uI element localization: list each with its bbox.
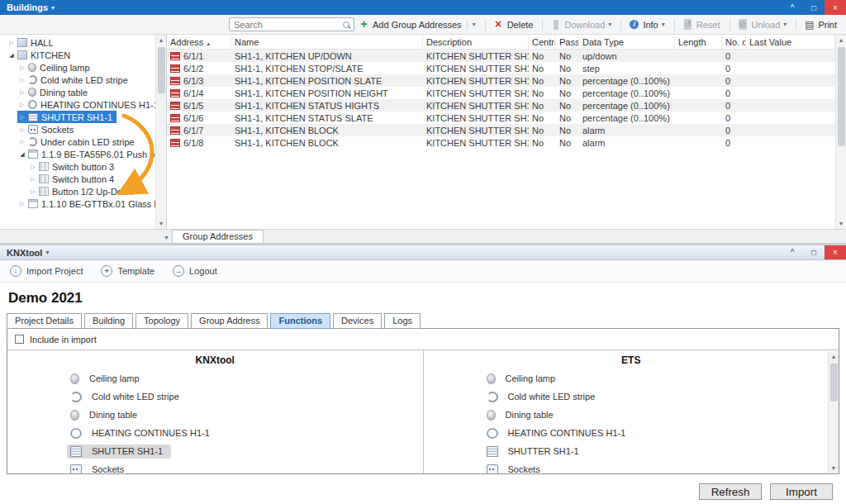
tree-item[interactable]: Ceiling lamp xyxy=(0,61,155,74)
expander-icon[interactable] xyxy=(28,164,38,170)
tree-item-content[interactable]: Button 1/2 Up-Down xyxy=(28,185,138,197)
import-button[interactable]: Import xyxy=(770,483,833,500)
list-item[interactable]: Cold white LED stripe xyxy=(67,388,423,406)
toolbar-button[interactable]: Logout xyxy=(173,265,217,277)
scroll-down-icon[interactable]: ▼ xyxy=(829,463,839,473)
tree-item[interactable]: Button 1/2 Up-Down xyxy=(0,185,155,197)
ets-list-scrollbar[interactable]: ▲ ▼ xyxy=(828,351,839,473)
column-header[interactable]: Last Value xyxy=(746,35,835,49)
search-icon[interactable] xyxy=(343,21,349,28)
tree-item-content[interactable]: Sockets xyxy=(17,123,78,136)
tab[interactable]: Topology xyxy=(135,313,188,329)
scroll-thumb[interactable] xyxy=(158,47,165,93)
tree-item-content[interactable]: 1.1.10 BE-GTTBx.01 Glass Push B... xyxy=(17,197,155,210)
table-row[interactable]: 6/1/1 SH1-1, KITCHEN UP/DOWN KITCHEN SHU… xyxy=(167,50,835,62)
column-header[interactable]: Pass T xyxy=(556,35,579,49)
toolbar-button[interactable]: Download ▾ xyxy=(537,17,615,32)
tree-item-content[interactable]: Ceiling lamp xyxy=(17,61,94,74)
search-input[interactable] xyxy=(234,20,340,30)
expander-icon[interactable] xyxy=(7,40,17,46)
expander-icon[interactable] xyxy=(17,201,27,207)
scroll-thumb[interactable] xyxy=(830,364,838,402)
list-item[interactable]: HEATING CONTINUES H1-1 xyxy=(67,424,423,442)
knxtool-titlebar[interactable]: KNXtool ▾ ^ □ × xyxy=(0,245,846,260)
toolbar-button[interactable]: Delete xyxy=(480,17,538,32)
tab-overflow-icon[interactable]: ▼ xyxy=(164,235,172,243)
list-item-content[interactable]: Sockets xyxy=(483,463,549,475)
list-item[interactable]: HEATING CONTINUES H1-1 xyxy=(483,424,839,442)
tree-item[interactable]: Sockets xyxy=(0,123,155,136)
tab[interactable]: Group Address xyxy=(191,313,268,329)
close-button[interactable]: × xyxy=(825,0,846,15)
tree-item[interactable]: Under cabin LED stripe xyxy=(0,136,155,148)
chevron-down-icon[interactable]: ▾ xyxy=(662,21,665,28)
tree-item-content[interactable]: SHUTTER SH1-1 xyxy=(17,111,116,123)
scroll-up-icon[interactable]: ▲ xyxy=(829,351,839,362)
maximize-button[interactable]: □ xyxy=(803,0,825,15)
scroll-up-icon[interactable]: ▲ xyxy=(156,35,166,45)
column-header[interactable]: Length xyxy=(675,35,722,49)
tree-item-content[interactable]: KITCHEN xyxy=(7,49,74,61)
column-header[interactable]: Centra xyxy=(529,35,556,49)
list-item-content[interactable]: SHUTTER SH1-1 xyxy=(483,445,587,459)
list-item[interactable]: Cold white LED stripe xyxy=(483,388,839,406)
chevron-down-icon[interactable]: ▾ xyxy=(608,21,611,28)
tab[interactable]: Functions xyxy=(270,313,330,329)
tab[interactable]: Logs xyxy=(384,313,421,329)
tab-group-addresses[interactable]: Group Addresses xyxy=(172,230,264,243)
toolbar-button[interactable]: Info ▾ xyxy=(615,17,668,32)
list-item[interactable]: Sockets xyxy=(483,460,839,474)
chevron-down-icon[interactable]: ▾ xyxy=(783,21,787,28)
scroll-down-icon[interactable]: ▼ xyxy=(156,218,166,229)
toolbar-button[interactable]: Reset xyxy=(669,17,725,32)
list-item[interactable]: SHUTTER SH1-1 xyxy=(67,442,423,460)
chevron-down-icon[interactable]: ▾ xyxy=(51,4,55,12)
column-header[interactable]: No. of xyxy=(722,35,746,49)
list-item[interactable]: Dining table xyxy=(67,406,423,424)
maximize-button[interactable]: □ xyxy=(803,245,825,259)
list-item[interactable]: Ceiling lamp xyxy=(483,369,839,388)
list-item-content[interactable]: Ceiling lamp xyxy=(67,372,148,386)
include-in-import-checkbox[interactable] xyxy=(15,335,24,344)
toolbar-button[interactable]: Unload ▾ xyxy=(725,17,791,32)
toolbar-button[interactable]: Template xyxy=(101,265,154,277)
expander-icon[interactable] xyxy=(17,139,27,145)
column-header[interactable]: Address xyxy=(167,35,231,49)
tree-item-content[interactable]: Under cabin LED stripe xyxy=(17,136,139,148)
tree-item-content[interactable]: HEATING CONTINUES H1-1 xyxy=(17,98,155,111)
expander-icon[interactable] xyxy=(17,114,27,121)
refresh-button[interactable]: Refresh xyxy=(699,483,762,500)
column-header[interactable]: Name xyxy=(231,35,423,49)
close-button[interactable]: × xyxy=(825,245,846,259)
expander-icon[interactable] xyxy=(17,126,27,133)
tab[interactable]: Building xyxy=(84,313,133,329)
tree-item[interactable]: 1.1.10 BE-GTTBx.01 Glass Push B... xyxy=(0,197,155,210)
tree-item[interactable]: SHUTTER SH1-1 xyxy=(0,111,155,123)
list-item-content[interactable]: SHUTTER SH1-1 xyxy=(67,445,171,459)
table-row[interactable]: 6/1/3 SH1-1, KITCHEN POSITION SLATE KITC… xyxy=(167,74,835,87)
tree-item[interactable]: HALL xyxy=(0,36,155,49)
expander-icon[interactable] xyxy=(17,77,27,83)
column-header[interactable]: Data Type xyxy=(579,35,675,49)
list-item[interactable]: Sockets xyxy=(67,460,423,474)
tree-item[interactable]: KITCHEN xyxy=(0,49,155,61)
expander-icon[interactable] xyxy=(28,188,38,195)
list-item[interactable]: Dining table xyxy=(483,406,839,424)
list-item[interactable]: SHUTTER SH1-1 xyxy=(483,442,839,460)
table-row[interactable]: 6/1/7 SH1-1, KITCHEN BLOCK KITCHEN SHUTT… xyxy=(167,124,835,136)
expander-icon[interactable] xyxy=(7,52,17,59)
toolbar-button[interactable]: Add Group Addresses ▾ xyxy=(354,17,480,31)
list-item-content[interactable]: Cold white LED stripe xyxy=(67,390,188,404)
scroll-thumb[interactable] xyxy=(838,47,845,146)
tree-scrollbar[interactable]: ▲ ▼ xyxy=(155,35,166,229)
tree-item[interactable]: 1.1.9 BE-TA55P6.01 Push button... xyxy=(0,148,155,160)
expander-icon[interactable] xyxy=(28,176,38,183)
list-item-content[interactable]: Dining table xyxy=(67,408,145,422)
column-header[interactable]: Description xyxy=(423,35,529,49)
tree-item-content[interactable]: Switch button 3 xyxy=(28,160,118,173)
toolbar-button[interactable]: Import Project xyxy=(10,265,83,277)
tree-item-content[interactable]: Cold white LED stripe xyxy=(17,74,132,86)
toolbar-button[interactable]: Print xyxy=(791,17,841,32)
expander-icon[interactable] xyxy=(17,64,27,71)
scroll-down-icon[interactable]: ▼ xyxy=(836,218,846,229)
